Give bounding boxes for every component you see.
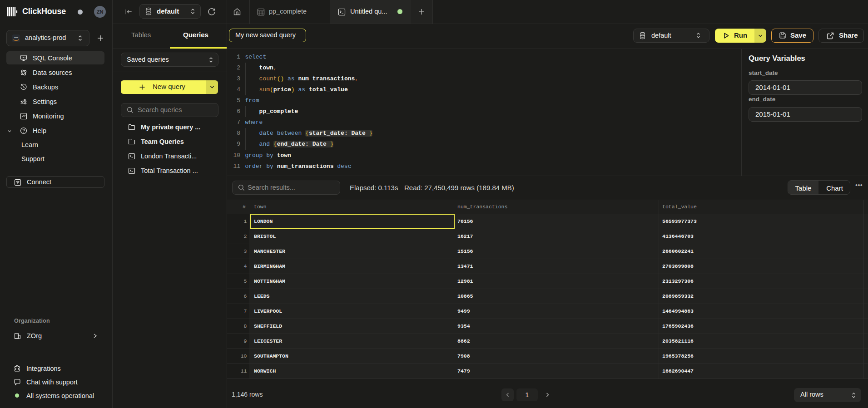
svg-text:aws: aws [14,36,19,39]
